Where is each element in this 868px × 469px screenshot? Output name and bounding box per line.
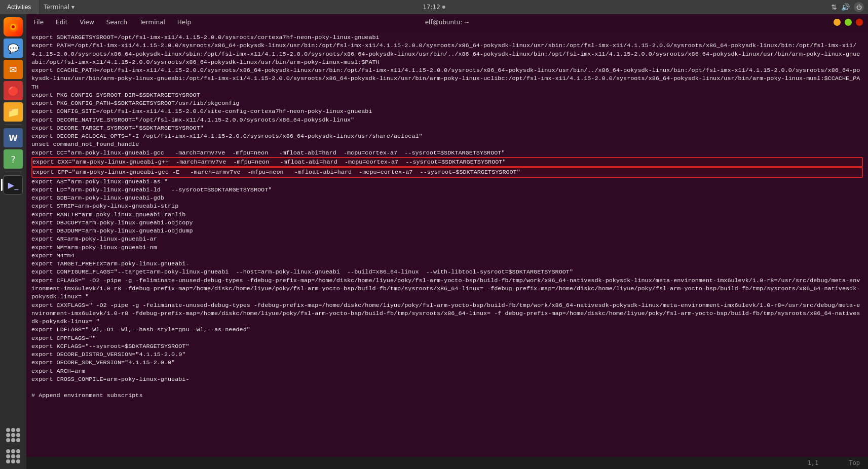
power-icon[interactable]: ⏻ — [854, 2, 864, 12]
dot — [16, 454, 20, 458]
dot — [11, 459, 15, 463]
cursor-position: 1,1 — [808, 459, 819, 466]
dot — [11, 428, 15, 432]
grid-dots-icon-2 — [6, 449, 20, 463]
terminal-line: export CPPFLAGS="" — [31, 334, 863, 342]
sidebar-item-help[interactable]: ? — [4, 149, 23, 169]
app-sidebar: 💬 ✉ 🔴 📁 W ? ▶_ — [0, 14, 26, 469]
clock-dot-icon — [442, 6, 445, 9]
dot — [11, 433, 15, 437]
volume-icon[interactable]: 🔊 — [841, 3, 850, 11]
menu-edit[interactable]: Edit — [54, 18, 69, 27]
terminal-app-menu[interactable]: Terminal ▾ — [39, 0, 80, 14]
terminal-line: export AR=arm-poky-linux-gnueabi-ar — [31, 235, 863, 243]
terminal-line: export PATH=/opt/fsl-imx-x11/4.1.15-2.0.… — [31, 42, 863, 66]
terminal-body[interactable]: export SDKTARGETSYSROOT=/opt/fsl-imx-x11… — [26, 30, 868, 457]
svg-point-2 — [12, 25, 15, 28]
terminal-line: export ARCH=arm — [31, 367, 863, 375]
system-bar: Activities Terminal ▾ 17:12 ⇅ 🔊 ⏻ — [0, 0, 868, 14]
sidebar-item-terminal[interactable]: ▶_ — [4, 175, 23, 194]
terminal-line: export CCACHE_PATH=/opt/fsl-imx-x11/4.1.… — [31, 66, 863, 91]
clock-time: 17:12 — [423, 4, 440, 11]
app-grid-button[interactable] — [4, 425, 23, 445]
window-controls — [834, 19, 863, 26]
terminal-line: export OECORE_DISTRO_VERSION="4.1.15-2.0… — [31, 350, 863, 359]
terminal-line: export AS="arm-poky-linux-gnueabi-as " — [31, 178, 863, 186]
terminal-menu-bar: File Edit View Search Terminal Help — [31, 18, 193, 27]
dot — [16, 438, 20, 442]
sidebar-item-photos[interactable]: 🔴 — [4, 81, 23, 100]
terminal-line: export NM=arm-poky-linux-gnueabi-nm — [31, 244, 863, 252]
terminal-blank-line — [31, 383, 863, 392]
sidebar-item-email[interactable]: ✉ — [4, 60, 23, 79]
dot — [6, 438, 10, 442]
terminal-line: export PKG_CONFIG_PATH=$SDKTARGETSYSROOT… — [31, 99, 863, 107]
sidebar-item-writer[interactable]: W — [4, 128, 23, 147]
dot — [16, 433, 20, 437]
dot — [16, 459, 20, 463]
terminal-line: export KCFLAGS="--sysroot=$SDKTARGETSYSR… — [31, 342, 863, 350]
menu-file[interactable]: File — [31, 18, 46, 27]
sidebar-item-firefox[interactable] — [4, 17, 23, 36]
app-grid-button-2[interactable] — [4, 447, 23, 466]
terminal-statusbar: 1,1 Top — [26, 457, 868, 469]
terminal-line: export OBJDUMP=arm-poky-linux-gnueabi-ob… — [31, 227, 863, 235]
terminal-line: unset command_not_found_handle — [31, 140, 863, 148]
dot — [6, 433, 10, 437]
terminal-line: export STRIP=arm-poky-linux-gnueabi-stri… — [31, 202, 863, 210]
sidebar-divider-1 — [5, 125, 22, 125]
terminal-line: export OECORE_SDK_VERSION="4.1.15-2.0.0" — [31, 359, 863, 367]
terminal-line: export CXXFLAGS=" -O2 -pipe -g -felimina… — [31, 301, 863, 326]
terminal-line: export PKG_CONFIG_SYSROOT_DIR=$SDKTARGET… — [31, 91, 863, 99]
grid-dots-icon — [6, 428, 20, 442]
system-clock: 17:12 — [423, 4, 445, 11]
content-area: 💬 ✉ 🔴 📁 W ? ▶_ — [0, 14, 868, 469]
dot — [16, 428, 20, 432]
terminal-title: elf@ubuntu: ~ — [425, 19, 470, 26]
system-bar-left: Activities Terminal ▾ — [0, 0, 80, 14]
dot — [6, 428, 10, 432]
terminal-window: File Edit View Search Terminal Help elf@… — [26, 14, 868, 469]
dot — [11, 438, 15, 442]
menu-view[interactable]: View — [78, 18, 96, 27]
terminal-line: export OECORE_ACLOCAL_OPTS="-I /opt/fsl-… — [31, 132, 863, 140]
dot — [6, 459, 10, 463]
window-minimize-button[interactable] — [834, 19, 841, 26]
terminal-line: export LDFLAGS="-Wl,-O1 -Wl,--hash-style… — [31, 326, 863, 334]
highlighted-line-cxx: export CPP="arm-poky-linux-gnueabi-gcc -… — [31, 167, 863, 177]
terminal-line: export CC="arm-poky-linux-gnueabi-gcc -m… — [31, 149, 863, 157]
terminal-app-label: Terminal — [44, 4, 69, 11]
terminal-line: export LD="arm-poky-linux-gnueabi-ld --s… — [31, 186, 863, 194]
menu-terminal[interactable]: Terminal — [137, 18, 167, 27]
terminal-app-arrow: ▾ — [71, 4, 74, 11]
window-close-button[interactable] — [856, 19, 863, 26]
window-maximize-button[interactable] — [845, 19, 852, 26]
terminal-line: export CONFIGURE_FLAGS="--target=arm-pok… — [31, 268, 863, 276]
dot — [16, 449, 20, 453]
activities-button[interactable]: Activities — [0, 0, 39, 14]
highlighted-line-cc: export CXX="arm-poky-linux-gnueabi-g++ -… — [31, 157, 863, 167]
menu-help[interactable]: Help — [175, 18, 193, 27]
terminal-line: export CFLAGS=" -O2 -pipe -g -feliminate… — [31, 277, 863, 301]
sidebar-item-messaging[interactable]: 💬 — [4, 38, 23, 58]
terminal-line: export GDB=arm-poky-linux-gnueabi-gdb — [31, 194, 863, 202]
dot — [6, 454, 10, 458]
terminal-line: export CROSS_COMPILE=arm-poky-linux-gnue… — [31, 375, 863, 383]
system-tray: ⇅ 🔊 ⏻ — [831, 2, 868, 12]
terminal-line: # Append environment subscripts — [31, 392, 863, 400]
scroll-position: Top — [849, 459, 860, 466]
terminal-line: export CONFIG_SITE=/opt/fsl-imx-x11/4.1.… — [31, 107, 863, 115]
terminal-line: export SDKTARGETSYSROOT=/opt/fsl-imx-x11… — [31, 33, 863, 42]
dot — [6, 449, 10, 453]
sidebar-divider-2 — [5, 172, 22, 172]
dot — [11, 454, 15, 458]
terminal-line: export RANLIB=arm-poky-linux-gnueabi-ran… — [31, 211, 863, 219]
dot — [11, 449, 15, 453]
terminal-line: export OECORE_NATIVE_SYSROOT="/opt/fsl-i… — [31, 116, 863, 124]
menu-search[interactable]: Search — [104, 18, 129, 27]
terminal-line: export OECORE_TARGET_SYSROOT="$SDKTARGET… — [31, 124, 863, 132]
network-icon[interactable]: ⇅ — [831, 3, 837, 11]
sidebar-item-files[interactable]: 📁 — [4, 102, 23, 122]
terminal-line: export TARGET_PREFIX=arm-poky-linux-gnue… — [31, 260, 863, 268]
terminal-line: export M4=m4 — [31, 252, 863, 260]
